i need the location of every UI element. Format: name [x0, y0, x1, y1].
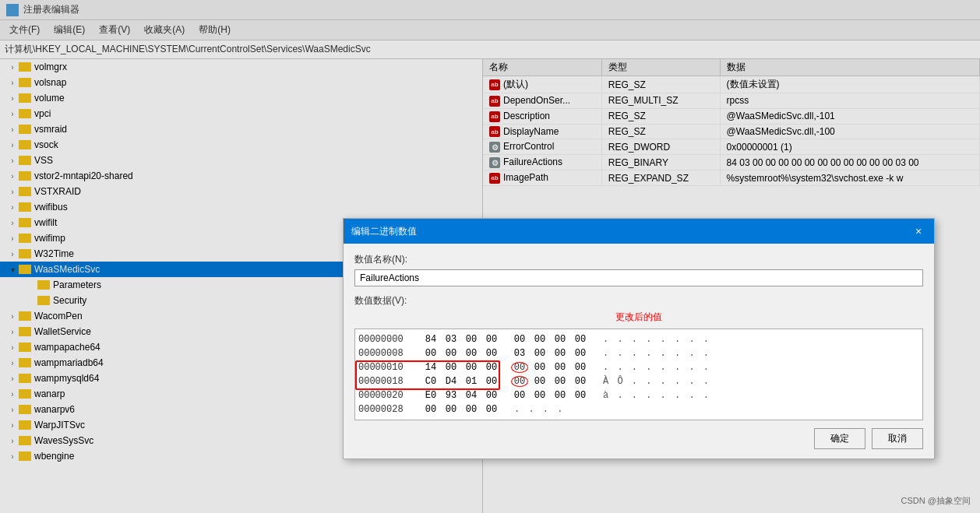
hex-address: 00000018	[358, 376, 421, 387]
name-label: 数值名称(N):	[354, 253, 923, 266]
hex-byte: 00	[461, 362, 481, 373]
hex-byte: 03	[509, 348, 530, 359]
hex-byte: 00	[481, 334, 502, 345]
modal-dialog: 编辑二进制数值 × 数值名称(N): 数值数据(V): 更改后的值 000000…	[343, 218, 935, 459]
hex-byte: 00	[461, 348, 481, 359]
hex-byte: 00	[550, 362, 570, 373]
hex-row-wrapper: 00000018C0D4010000000000À Ô . . . . . .	[358, 374, 919, 388]
csdn-watermark: CSDN @抽象空间	[901, 495, 971, 507]
hex-byte: 00	[550, 348, 570, 359]
hex-ascii: . . . . . . . .	[603, 348, 710, 359]
hex-row-wrapper: 00000020E093040000000000à . . . . . . .	[358, 388, 919, 402]
hex-byte: 00	[441, 362, 461, 373]
hex-byte: 93	[441, 390, 461, 401]
hex-byte: 00	[481, 404, 502, 415]
red-circle-indicator	[511, 362, 528, 373]
hex-byte: 00	[530, 334, 550, 345]
hex-byte: 00	[509, 376, 530, 387]
hex-byte: 00	[481, 362, 502, 373]
hex-address: 00000028	[358, 404, 421, 415]
hex-address: 00000020	[358, 390, 421, 401]
hex-byte: 00	[421, 348, 441, 359]
hex-byte: 04	[461, 390, 481, 401]
ok-button[interactable]: 确定	[814, 428, 865, 449]
hex-byte: 01	[461, 376, 481, 387]
hex-row-wrapper: 000000080000000003000000. . . . . . . .	[358, 346, 919, 360]
hex-byte: D4	[441, 376, 461, 387]
hex-ascii: À Ô . . . . . .	[603, 376, 710, 387]
modal-overlay: 编辑二进制数值 × 数值名称(N): 数值数据(V): 更改后的值 000000…	[0, 0, 980, 513]
hex-byte: 00	[421, 404, 441, 415]
modal-title: 编辑二进制数值	[351, 225, 417, 238]
hex-byte: 00	[461, 404, 481, 415]
hex-byte: 00	[530, 390, 550, 401]
hex-row-wrapper: 000000008403000000000000. . . . . . . .	[358, 332, 919, 346]
changed-label: 更改后的值	[354, 311, 923, 324]
hex-byte: 00	[570, 334, 590, 345]
name-input[interactable]	[354, 269, 923, 286]
hex-byte: 84	[421, 334, 441, 345]
hex-row: 00000018C0D4010000000000À Ô . . . . . .	[358, 374, 919, 388]
hex-byte: 00	[570, 348, 590, 359]
hex-ascii: . . . . . . . .	[603, 334, 710, 345]
hex-byte: 00	[530, 362, 550, 373]
hex-byte: 00	[530, 376, 550, 387]
hex-byte: 00	[550, 334, 570, 345]
hex-byte: 14	[421, 362, 441, 373]
hex-address: 00000000	[358, 334, 421, 345]
hex-row: 000000008403000000000000. . . . . . . .	[358, 332, 919, 346]
hex-byte: 00	[550, 376, 570, 387]
data-label: 数值数据(V):	[354, 294, 923, 307]
hex-row: 0000002800000000. . . .	[358, 402, 919, 416]
hex-byte: E0	[421, 390, 441, 401]
hex-address: 00000010	[358, 362, 421, 373]
hex-byte: 00	[570, 376, 590, 387]
hex-byte: 00	[481, 390, 502, 401]
red-circle-indicator	[511, 376, 528, 387]
hex-row: 00000020E093040000000000à . . . . . . .	[358, 388, 919, 402]
modal-close-button[interactable]: ×	[911, 223, 926, 239]
hex-address: 00000008	[358, 348, 421, 359]
hex-byte: 00	[461, 334, 481, 345]
modal-body: 数值名称(N): 数值数据(V): 更改后的值 0000000084030000…	[344, 244, 934, 459]
hex-byte: 00	[570, 390, 590, 401]
hex-byte: 00	[481, 376, 502, 387]
hex-byte: 00	[481, 348, 502, 359]
cancel-button[interactable]: 取消	[872, 428, 923, 449]
hex-row: 000000101400000000000000. . . . . . . .	[358, 360, 919, 374]
modal-buttons: 确定 取消	[354, 428, 923, 449]
hex-byte: 00	[509, 390, 530, 401]
hex-row-wrapper: 000000101400000000000000. . . . . . . .	[358, 360, 919, 374]
hex-ascii: . . . .	[514, 404, 564, 415]
hex-byte: 00	[509, 362, 530, 373]
hex-grid: 000000008403000000000000. . . . . . . .0…	[354, 329, 923, 420]
hex-byte: 00	[441, 404, 461, 415]
hex-byte: 00	[441, 348, 461, 359]
hex-ascii: . . . . . . . .	[603, 362, 710, 373]
hex-row: 000000080000000003000000. . . . . . . .	[358, 346, 919, 360]
hex-ascii: à . . . . . . .	[603, 390, 710, 401]
hex-byte: 00	[550, 390, 570, 401]
hex-byte: 00	[570, 362, 590, 373]
hex-byte: 03	[441, 334, 461, 345]
hex-byte: 00	[509, 334, 530, 345]
modal-titlebar: 编辑二进制数值 ×	[344, 219, 934, 244]
hex-row-wrapper: 0000002800000000. . . .	[358, 402, 919, 416]
hex-byte: C0	[421, 376, 441, 387]
hex-byte: 00	[530, 348, 550, 359]
